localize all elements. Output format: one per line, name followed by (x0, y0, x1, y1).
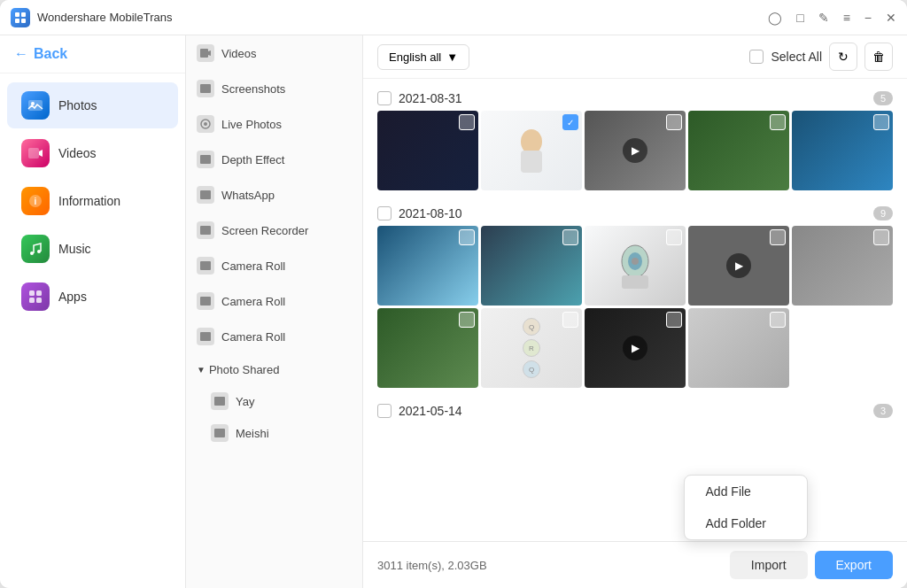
svg-rect-15 (200, 49, 208, 58)
import-area: Import Add File Add Folder (730, 551, 808, 579)
photo-thumb[interactable]: ✓ (481, 111, 582, 190)
category-screen-recorder[interactable]: Screen Recorder (186, 213, 362, 248)
sidebar-item-information[interactable]: i Information (7, 178, 178, 224)
information-label: Information (58, 194, 120, 208)
photo-grid-container: 2021-08-31 5 ✓ (363, 79, 907, 541)
svg-point-18 (204, 122, 207, 126)
photo-thumb[interactable] (688, 111, 789, 190)
date-2-checkbox[interactable] (377, 206, 391, 220)
photo-thumb[interactable] (792, 111, 893, 190)
add-folder-menu-item[interactable]: Add Folder (685, 507, 807, 539)
photo-checkbox[interactable] (666, 114, 682, 130)
main-content: English all ▼ Select All ↻ 🗑 (363, 35, 907, 588)
category-videos[interactable]: Videos (186, 35, 362, 71)
svg-point-27 (521, 129, 542, 154)
play-icon: ▶ (726, 253, 751, 278)
edit-icon[interactable]: ✎ (818, 11, 829, 25)
svg-rect-25 (214, 397, 225, 406)
svg-rect-32 (622, 275, 648, 289)
svg-rect-1 (21, 12, 26, 17)
sidebar-item-music[interactable]: Music (7, 226, 178, 272)
svg-rect-20 (200, 190, 211, 199)
photo-checkbox[interactable] (770, 229, 786, 245)
svg-rect-13 (29, 298, 35, 303)
category-camera-roll-3[interactable]: Camera Roll (186, 319, 362, 354)
window-controls[interactable]: ◯ □ ✎ ≡ − ✕ (768, 11, 896, 25)
apps-icon (21, 282, 50, 311)
photo-checkbox[interactable] (562, 229, 578, 245)
music-icon (21, 235, 50, 263)
category-depth-effect[interactable]: Depth Effect (186, 142, 362, 177)
photo-thumb[interactable]: Q R Q (481, 308, 582, 388)
yay-label: Yay (236, 395, 254, 408)
photo-thumb[interactable] (481, 226, 582, 306)
sidebar-item-apps[interactable]: Apps (7, 274, 178, 320)
select-all-button[interactable]: Select All (749, 50, 822, 64)
photo-shared-yay[interactable]: Yay (186, 385, 362, 417)
language-selector[interactable]: English all ▼ (377, 44, 469, 70)
category-screenshots[interactable]: Screenshots (186, 71, 362, 106)
photo-thumb[interactable]: ▶ (585, 308, 686, 388)
svg-rect-19 (200, 155, 211, 164)
import-button[interactable]: Import (730, 551, 808, 579)
photo-thumb[interactable] (377, 308, 478, 388)
language-label: English all (389, 50, 441, 64)
category-whatsapp-icon (197, 186, 214, 204)
category-live-photos[interactable]: Live Photos (186, 106, 362, 142)
menu-icon[interactable]: ≡ (843, 11, 850, 25)
svg-rect-4 (28, 100, 43, 111)
close-icon[interactable]: ✕ (886, 11, 896, 25)
svg-point-9 (30, 251, 34, 255)
category-whatsapp[interactable]: WhatsApp (186, 177, 362, 213)
play-icon: ▶ (623, 336, 647, 360)
photo-checkbox[interactable] (459, 114, 475, 130)
category-panel: Videos Screenshots Live Photos (186, 35, 363, 588)
svg-point-31 (632, 258, 639, 265)
category-screen-recorder-icon (197, 221, 214, 239)
refresh-icon-button[interactable]: ↻ (829, 43, 857, 71)
account-icon[interactable]: ◯ (768, 11, 782, 25)
category-camera-roll-2-label: Camera Roll (221, 295, 285, 308)
yay-icon (211, 392, 229, 410)
minimize-icon[interactable]: − (864, 11, 872, 25)
photo-thumb[interactable] (792, 226, 893, 306)
toolbar: English all ▼ Select All ↻ 🗑 (363, 35, 907, 79)
photo-checkbox[interactable] (459, 312, 475, 328)
photo-checkbox[interactable] (873, 114, 889, 130)
category-live-photos-label: Live Photos (221, 118, 282, 131)
export-button[interactable]: Export (815, 551, 893, 579)
select-all-checkbox[interactable] (749, 50, 764, 64)
photo-checkbox[interactable] (459, 229, 475, 245)
category-camera-roll-3-label: Camera Roll (221, 330, 285, 344)
svg-text:i: i (35, 197, 37, 206)
add-file-menu-item[interactable]: Add File (685, 476, 807, 507)
photo-thumb[interactable] (688, 308, 789, 388)
photo-checkbox[interactable] (770, 114, 786, 130)
photo-thumb[interactable] (377, 226, 478, 306)
category-screenshots-label: Screenshots (221, 82, 285, 96)
date-3-checkbox[interactable] (377, 404, 391, 418)
svg-point-10 (37, 250, 41, 253)
sidebar-item-videos[interactable]: Videos (7, 130, 178, 176)
photo-checkbox[interactable] (873, 229, 889, 245)
photo-shared-section[interactable]: ▼ Photo Shared (186, 354, 362, 385)
svg-rect-24 (200, 332, 211, 341)
photo-shared-meishi[interactable]: Meishi (186, 417, 362, 449)
category-camera-roll-1[interactable]: Camera Roll (186, 248, 362, 283)
photo-checkbox[interactable] (770, 312, 786, 328)
delete-icon-button[interactable]: 🗑 (864, 43, 893, 71)
play-icon: ▶ (623, 138, 647, 163)
photo-checkbox[interactable] (666, 312, 682, 328)
apps-label: Apps (58, 290, 87, 304)
photo-thumb[interactable] (377, 111, 478, 190)
category-camera-roll-2[interactable]: Camera Roll (186, 283, 362, 319)
copy-icon[interactable]: □ (796, 11, 803, 25)
photo-thumb[interactable]: ▶ (688, 226, 789, 306)
back-button[interactable]: ← Back (0, 35, 185, 74)
dropdown-chevron-icon: ▼ (446, 50, 458, 64)
sidebar-item-photos[interactable]: Photos (7, 82, 178, 128)
photo-thumb[interactable]: ▶ (585, 111, 686, 190)
svg-rect-21 (200, 226, 211, 235)
photo-thumb[interactable] (585, 226, 686, 306)
date-1-checkbox[interactable] (377, 91, 391, 105)
